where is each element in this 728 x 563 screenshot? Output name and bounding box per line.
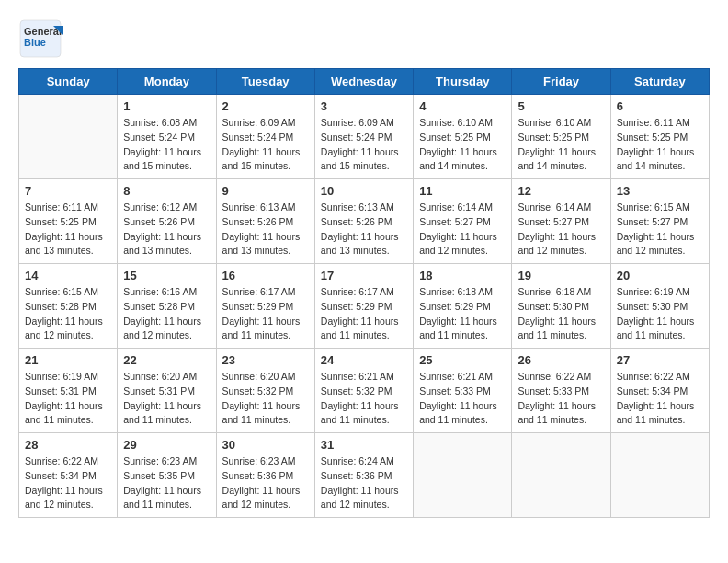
- day-number: 13: [617, 184, 703, 198]
- day-info: Sunrise: 6:10 AMSunset: 5:25 PMDaylight:…: [518, 116, 604, 174]
- day-cell: 9Sunrise: 6:13 AMSunset: 5:26 PMDaylight…: [216, 179, 314, 264]
- day-number: 31: [321, 438, 407, 452]
- day-cell: 2Sunrise: 6:09 AMSunset: 5:24 PMDaylight…: [216, 95, 314, 179]
- day-cell: 31Sunrise: 6:24 AMSunset: 5:36 PMDayligh…: [314, 433, 413, 518]
- day-number: 26: [518, 353, 604, 367]
- week-row-2: 7Sunrise: 6:11 AMSunset: 5:25 PMDaylight…: [19, 179, 710, 264]
- svg-text:Blue: Blue: [24, 37, 46, 48]
- day-cell: 22Sunrise: 6:20 AMSunset: 5:31 PMDayligh…: [118, 349, 216, 433]
- day-cell: 7Sunrise: 6:11 AMSunset: 5:25 PMDaylight…: [19, 179, 118, 264]
- day-cell: 21Sunrise: 6:19 AMSunset: 5:31 PMDayligh…: [19, 349, 118, 433]
- day-number: 2: [222, 99, 309, 113]
- day-info: Sunrise: 6:14 AMSunset: 5:27 PMDaylight:…: [419, 201, 506, 259]
- day-number: 21: [25, 353, 111, 367]
- day-cell: 18Sunrise: 6:18 AMSunset: 5:29 PMDayligh…: [414, 264, 512, 349]
- day-number: 8: [123, 184, 210, 198]
- calendar: SundayMondayTuesdayWednesdayThursdayFrid…: [18, 68, 710, 518]
- day-info: Sunrise: 6:23 AMSunset: 5:35 PMDaylight:…: [123, 454, 210, 512]
- day-info: Sunrise: 6:13 AMSunset: 5:26 PMDaylight:…: [222, 201, 309, 259]
- day-number: 22: [123, 353, 210, 367]
- day-cell: 24Sunrise: 6:21 AMSunset: 5:32 PMDayligh…: [314, 349, 413, 433]
- day-info: Sunrise: 6:23 AMSunset: 5:36 PMDaylight:…: [222, 454, 309, 512]
- day-cell: 1Sunrise: 6:08 AMSunset: 5:24 PMDaylight…: [118, 95, 216, 179]
- day-info: Sunrise: 6:15 AMSunset: 5:27 PMDaylight:…: [617, 201, 703, 259]
- day-info: Sunrise: 6:15 AMSunset: 5:28 PMDaylight:…: [25, 285, 111, 343]
- day-cell: [610, 433, 709, 518]
- day-info: Sunrise: 6:12 AMSunset: 5:26 PMDaylight:…: [123, 201, 210, 259]
- day-number: 4: [419, 99, 506, 113]
- day-info: Sunrise: 6:11 AMSunset: 5:25 PMDaylight:…: [25, 201, 111, 259]
- day-info: Sunrise: 6:22 AMSunset: 5:33 PMDaylight:…: [518, 370, 604, 428]
- day-number: 10: [321, 184, 407, 198]
- day-cell: 8Sunrise: 6:12 AMSunset: 5:26 PMDaylight…: [118, 179, 216, 264]
- day-cell: 4Sunrise: 6:10 AMSunset: 5:25 PMDaylight…: [414, 95, 512, 179]
- day-number: 20: [617, 269, 703, 282]
- weekday-header-thursday: Thursday: [414, 69, 512, 95]
- day-info: Sunrise: 6:10 AMSunset: 5:25 PMDaylight:…: [419, 116, 506, 174]
- day-cell: 3Sunrise: 6:09 AMSunset: 5:24 PMDaylight…: [314, 95, 413, 179]
- day-number: 23: [222, 353, 309, 367]
- day-info: Sunrise: 6:22 AMSunset: 5:34 PMDaylight:…: [617, 370, 703, 428]
- day-info: Sunrise: 6:22 AMSunset: 5:34 PMDaylight:…: [25, 454, 111, 512]
- day-number: 18: [419, 269, 506, 282]
- day-number: 27: [617, 353, 703, 367]
- weekday-header-saturday: Saturday: [610, 69, 709, 95]
- week-row-1: 1Sunrise: 6:08 AMSunset: 5:24 PMDaylight…: [19, 95, 710, 179]
- day-cell: 28Sunrise: 6:22 AMSunset: 5:34 PMDayligh…: [19, 433, 118, 518]
- day-info: Sunrise: 6:19 AMSunset: 5:31 PMDaylight:…: [25, 370, 111, 428]
- day-number: 14: [25, 269, 111, 282]
- day-info: Sunrise: 6:20 AMSunset: 5:31 PMDaylight:…: [123, 370, 210, 428]
- day-cell: 5Sunrise: 6:10 AMSunset: 5:25 PMDaylight…: [512, 95, 610, 179]
- day-info: Sunrise: 6:18 AMSunset: 5:30 PMDaylight:…: [518, 285, 604, 343]
- day-number: 24: [321, 353, 407, 367]
- day-number: 9: [222, 184, 309, 198]
- weekday-header-tuesday: Tuesday: [216, 69, 314, 95]
- day-number: 3: [321, 99, 407, 113]
- day-number: 15: [123, 269, 210, 282]
- day-number: 12: [518, 184, 604, 198]
- day-number: 28: [25, 438, 111, 452]
- day-number: 30: [222, 438, 309, 452]
- day-cell: 10Sunrise: 6:13 AMSunset: 5:26 PMDayligh…: [314, 179, 413, 264]
- day-number: 7: [25, 184, 111, 198]
- day-cell: 29Sunrise: 6:23 AMSunset: 5:35 PMDayligh…: [118, 433, 216, 518]
- day-info: Sunrise: 6:13 AMSunset: 5:26 PMDaylight:…: [321, 201, 407, 259]
- week-row-3: 14Sunrise: 6:15 AMSunset: 5:28 PMDayligh…: [19, 264, 710, 349]
- day-number: 19: [518, 269, 604, 282]
- day-cell: 12Sunrise: 6:14 AMSunset: 5:27 PMDayligh…: [512, 179, 610, 264]
- day-cell: [19, 95, 118, 179]
- day-cell: 17Sunrise: 6:17 AMSunset: 5:29 PMDayligh…: [314, 264, 413, 349]
- day-cell: 15Sunrise: 6:16 AMSunset: 5:28 PMDayligh…: [118, 264, 216, 349]
- day-cell: 14Sunrise: 6:15 AMSunset: 5:28 PMDayligh…: [19, 264, 118, 349]
- day-number: 11: [419, 184, 506, 198]
- day-number: 6: [617, 99, 703, 113]
- logo: General Blue: [18, 18, 63, 59]
- day-info: Sunrise: 6:16 AMSunset: 5:28 PMDaylight:…: [123, 285, 210, 343]
- day-info: Sunrise: 6:21 AMSunset: 5:32 PMDaylight:…: [321, 370, 407, 428]
- day-info: Sunrise: 6:17 AMSunset: 5:29 PMDaylight:…: [222, 285, 309, 343]
- day-cell: 11Sunrise: 6:14 AMSunset: 5:27 PMDayligh…: [414, 179, 512, 264]
- day-cell: 30Sunrise: 6:23 AMSunset: 5:36 PMDayligh…: [216, 433, 314, 518]
- day-number: 5: [518, 99, 604, 113]
- weekday-header-sunday: Sunday: [19, 69, 118, 95]
- weekday-header-wednesday: Wednesday: [314, 69, 413, 95]
- day-cell: 20Sunrise: 6:19 AMSunset: 5:30 PMDayligh…: [610, 264, 709, 349]
- day-info: Sunrise: 6:14 AMSunset: 5:27 PMDaylight:…: [518, 201, 604, 259]
- day-cell: 19Sunrise: 6:18 AMSunset: 5:30 PMDayligh…: [512, 264, 610, 349]
- day-number: 29: [123, 438, 210, 452]
- day-info: Sunrise: 6:20 AMSunset: 5:32 PMDaylight:…: [222, 370, 309, 428]
- day-info: Sunrise: 6:09 AMSunset: 5:24 PMDaylight:…: [321, 116, 407, 174]
- day-info: Sunrise: 6:18 AMSunset: 5:29 PMDaylight:…: [419, 285, 506, 343]
- day-number: 16: [222, 269, 309, 282]
- day-cell: [512, 433, 610, 518]
- day-info: Sunrise: 6:19 AMSunset: 5:30 PMDaylight:…: [617, 285, 703, 343]
- week-row-4: 21Sunrise: 6:19 AMSunset: 5:31 PMDayligh…: [19, 349, 710, 433]
- weekday-header-monday: Monday: [118, 69, 216, 95]
- day-cell: 6Sunrise: 6:11 AMSunset: 5:25 PMDaylight…: [610, 95, 709, 179]
- weekday-header-friday: Friday: [512, 69, 610, 95]
- week-row-5: 28Sunrise: 6:22 AMSunset: 5:34 PMDayligh…: [19, 433, 710, 518]
- day-cell: 16Sunrise: 6:17 AMSunset: 5:29 PMDayligh…: [216, 264, 314, 349]
- day-info: Sunrise: 6:11 AMSunset: 5:25 PMDaylight:…: [617, 116, 703, 174]
- day-cell: 25Sunrise: 6:21 AMSunset: 5:33 PMDayligh…: [414, 349, 512, 433]
- header: General Blue: [18, 18, 710, 59]
